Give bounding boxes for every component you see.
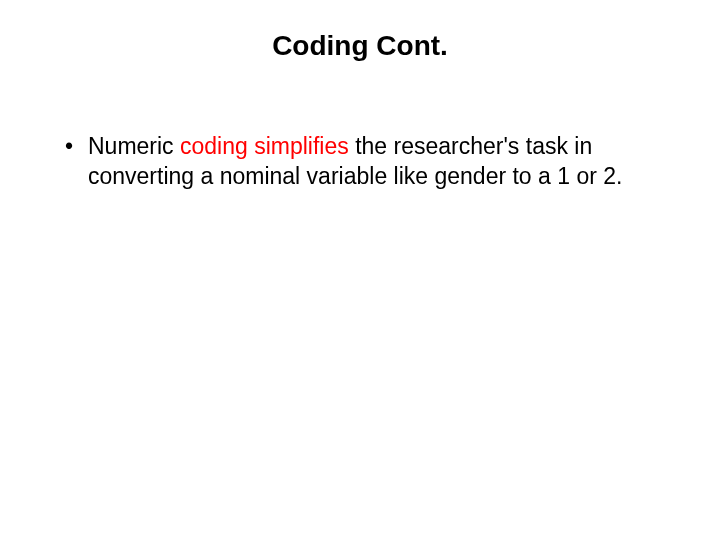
slide-container: Coding Cont. Numeric coding simplifies t…	[0, 0, 720, 540]
bullet-text-highlight: coding simplifies	[180, 133, 349, 159]
bullet-list: Numeric coding simplifies the researcher…	[40, 132, 680, 192]
bullet-text-pre: Numeric	[88, 133, 180, 159]
bullet-item: Numeric coding simplifies the researcher…	[60, 132, 680, 192]
slide-title: Coding Cont.	[40, 30, 680, 62]
